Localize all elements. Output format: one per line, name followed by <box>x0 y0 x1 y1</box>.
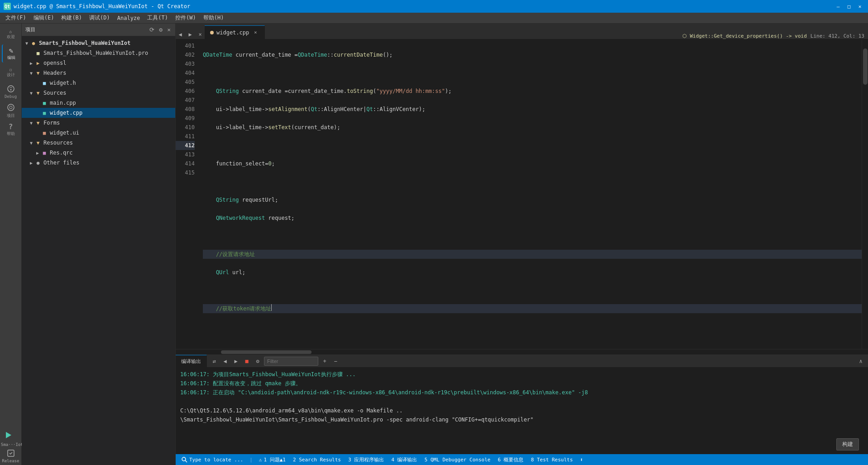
maximize-button[interactable]: □ <box>844 2 854 11</box>
menu-build[interactable]: 构建(B) <box>58 13 86 24</box>
tab-close-button[interactable]: × <box>252 29 259 36</box>
code-line-407: function_select=0; <box>203 159 862 168</box>
menu-file[interactable]: 文件(F) <box>2 13 30 24</box>
menu-analyze[interactable]: Analyze <box>114 13 144 24</box>
output-plus-btn[interactable]: + <box>320 357 329 366</box>
tab-nav-arrows: ◀ ▶ × <box>176 30 205 39</box>
sync-icon[interactable]: ⟳ <box>149 25 155 34</box>
tree-item-res-qrc[interactable]: ▶ ■ Res.qrc <box>22 148 175 158</box>
code-line-414 <box>203 286 862 295</box>
build-mode-button[interactable] <box>5 448 16 459</box>
other-files-chevron: ▶ <box>28 160 34 166</box>
pro-file-icon: ■ <box>34 49 42 57</box>
output-minus-btn[interactable]: − <box>331 357 340 366</box>
openssl-folder-icon: ▶ <box>34 59 42 67</box>
root-chevron: ▼ <box>24 40 30 46</box>
menu-edit[interactable]: 编辑(E) <box>30 13 58 24</box>
tree-pro-label: Smarts_Fishbowl_HuaWeiYunIot.pro <box>43 50 148 56</box>
output-line-2: 16:06:17: 配置没有改变，跳过 qmake 步骤。 <box>180 379 863 388</box>
tree-root[interactable]: ▼ ● Smarts_Fishbowl_HuaWeiYunIot <box>22 38 175 48</box>
tree-item-forms[interactable]: ▼ ▼ Forms <box>22 118 175 128</box>
sidebar-icon-debug[interactable]: Debug <box>2 82 20 101</box>
headers-chevron: ▼ <box>28 70 34 76</box>
tree-item-widget-h[interactable]: ■ widget.h <box>22 78 175 88</box>
filter-tree-icon[interactable]: ⚙ <box>158 25 163 34</box>
tab-nav-right[interactable]: ▶ <box>186 30 195 39</box>
status-search[interactable]: Type to locate ... <box>179 454 245 465</box>
status-summary-label: 6 概要信息 <box>498 456 523 463</box>
status-search-placeholder: Type to locate ... <box>189 457 243 463</box>
openssl-chevron: ▶ <box>28 60 34 66</box>
sidebar-icon-help[interactable]: ? 帮助 <box>2 121 20 139</box>
tree-widget-ui-label: widget.ui <box>50 130 79 136</box>
tree-item-other-files[interactable]: ▶ ● Other files <box>22 158 175 168</box>
svg-marker-4 <box>6 432 11 438</box>
tree-item-widget-cpp[interactable]: ■ widget.cpp <box>22 108 175 118</box>
menu-help[interactable]: 帮助(H) <box>200 13 228 24</box>
sidebar-project-label: 项目 <box>7 113 15 119</box>
close-tree-icon[interactable]: × <box>166 25 172 34</box>
sidebar-icons: ⌂ 欢迎 ✎ 编辑 ◻ 设计 Debug 项目 ? <box>0 24 22 465</box>
code-line-404: ui->label_time->setAlignment(Qt::AlignHC… <box>203 105 862 114</box>
tab-widget-cpp[interactable]: widget.cpp × <box>205 25 265 39</box>
minimize-button[interactable]: — <box>834 2 843 11</box>
code-line-405: ui->label_time->setText(current_date); <box>203 123 862 132</box>
project-tree: 项目 ⟳ ⚙ × ▼ ● Smarts_Fishbowl_HuaWeiYunIo… <box>22 24 176 465</box>
sidebar-icon-edit[interactable]: ✎ 编辑 <box>2 44 20 63</box>
tree-item-pro[interactable]: ■ Smarts_Fishbowl_HuaWeiYunIot.pro <box>22 48 175 58</box>
tree-item-openssl[interactable]: ▶ ▶ openssl <box>22 58 175 68</box>
tree-openssl-label: openssl <box>43 60 67 66</box>
status-problems[interactable]: ⚠ 1 问题▲1 <box>257 454 288 465</box>
status-up-arrow[interactable]: ⬆ <box>578 454 585 465</box>
editor-scrollbar[interactable] <box>862 39 868 349</box>
output-stop-btn[interactable]: ■ <box>242 357 251 366</box>
menu-controls[interactable]: 控件(W) <box>172 13 200 24</box>
sidebar-icon-design[interactable]: ◻ 设计 <box>2 63 20 82</box>
status-summary[interactable]: 6 概要信息 <box>496 454 525 465</box>
horizontal-scrollbar[interactable] <box>176 349 868 354</box>
tab-bar: ◀ ▶ × widget.cpp × ⬡ Widget::Get_device_… <box>176 24 868 39</box>
svg-line-7 <box>185 460 187 462</box>
app-icon: Qt <box>4 3 11 10</box>
output-collapse-btn[interactable]: ∧ <box>856 357 865 366</box>
build-button[interactable]: 构建 <box>836 438 859 450</box>
output-settings-btn[interactable]: ⚙ <box>253 357 262 366</box>
sidebar-icon-welcome[interactable]: ⌂ 欢迎 <box>2 25 20 44</box>
tree-item-main-cpp[interactable]: ■ main.cpp <box>22 98 175 108</box>
tab-nav-left[interactable]: ◀ <box>176 30 185 39</box>
main-cpp-icon: ■ <box>41 99 48 107</box>
function-signature: ⬡ Widget::Get_device_properties() -> voi… <box>682 33 807 39</box>
status-qml-debugger[interactable]: 5 QML Debugger Console <box>422 454 492 465</box>
output-filter-input[interactable] <box>264 357 318 366</box>
output-panel: 编译输出 ⇄ ◀ ▶ ■ ⚙ + − ∧ 16:06:17: 为项目Smart <box>176 354 868 454</box>
status-bar: Type to locate ... | ⚠ 1 问题▲1 2 Search R… <box>176 454 868 465</box>
output-toggle-btn[interactable]: ⇄ <box>210 357 219 366</box>
output-line-4 <box>180 397 863 406</box>
status-app-output[interactable]: 3 应用程序输出 <box>346 454 386 465</box>
status-search-results[interactable]: 2 Search Results <box>291 454 343 465</box>
widget-ui-chevron <box>34 130 41 136</box>
code-content[interactable]: QDateTime current_date_time =QDateTime::… <box>198 39 862 349</box>
output-back-btn[interactable]: ◀ <box>221 357 230 366</box>
menu-tools[interactable]: 工具(T) <box>144 13 172 24</box>
status-test-results[interactable]: 8 Test Results <box>529 454 575 465</box>
run-button[interactable] <box>1 428 15 442</box>
sidebar-icon-project[interactable]: 项目 <box>2 102 20 120</box>
right-area: ◀ ▶ × widget.cpp × ⬡ Widget::Get_device_… <box>176 24 868 465</box>
menu-bar: 文件(F) 编辑(E) 构建(B) 调试(D) Analyze 工具(T) 控件… <box>0 13 868 24</box>
sidebar-welcome-label: 欢迎 <box>7 34 15 40</box>
code-line-409: QString requestUrl; <box>203 195 862 204</box>
tree-item-resources[interactable]: ▼ ▼ Resources <box>22 138 175 148</box>
status-compile-output[interactable]: 4 编译输出 <box>389 454 419 465</box>
tree-item-sources[interactable]: ▼ ▼ Sources <box>22 88 175 98</box>
close-button[interactable]: ✕ <box>855 2 864 11</box>
output-tab-compile[interactable]: 编译输出 <box>176 355 207 368</box>
close-tab-icon[interactable]: × <box>196 30 205 39</box>
position-indicator: Line: 412, Col: 13 <box>810 33 864 39</box>
output-content[interactable]: 16:06:17: 为项目Smarts_Fishbowl_HuaWeiYunIo… <box>176 368 868 454</box>
tree-item-headers[interactable]: ▼ ▼ Headers <box>22 68 175 78</box>
tree-item-widget-ui[interactable]: ■ widget.ui <box>22 128 175 138</box>
output-fwd-btn[interactable]: ▶ <box>231 357 240 366</box>
menu-debug[interactable]: 调试(D) <box>86 13 114 24</box>
tree-sources-label: Sources <box>43 90 67 96</box>
